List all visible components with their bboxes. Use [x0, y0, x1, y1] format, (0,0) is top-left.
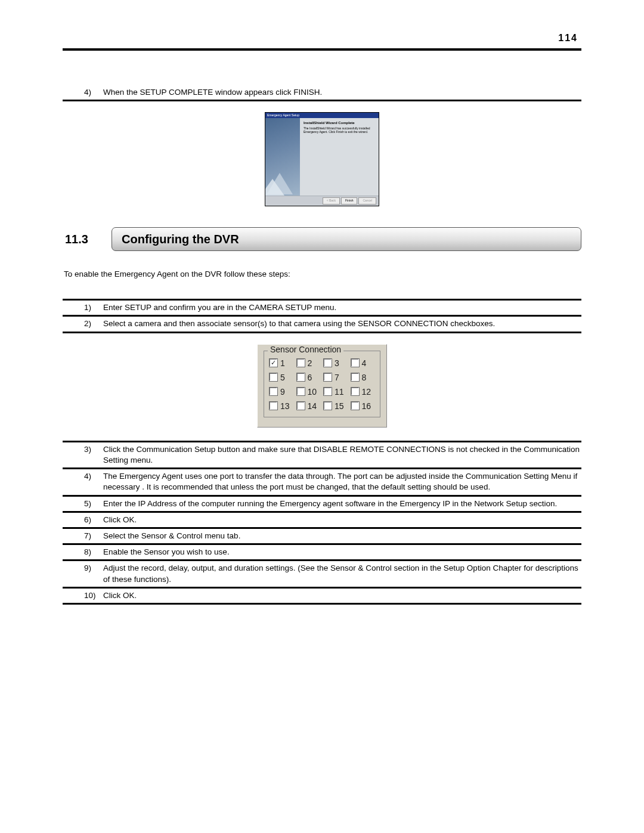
instruction-row: 8) Enable the Sensor you wish to use.	[63, 545, 581, 559]
cancel-button[interactable]: Cancel	[358, 197, 376, 205]
instruction-text: When the SETUP COMPLETE window appears c…	[103, 87, 581, 98]
checkbox-icon[interactable]	[351, 373, 360, 382]
checkbox-icon[interactable]	[351, 358, 360, 367]
sensor-checkbox-label: 12	[362, 387, 371, 397]
sensor-checkbox-label: 9	[280, 387, 285, 397]
checkbox-icon[interactable]	[269, 401, 278, 410]
checkbox-icon[interactable]	[296, 358, 305, 367]
instruction-row: 1) Enter SETUP and confirm you are in th…	[63, 301, 581, 315]
instruction-row: 10) Click OK.	[63, 589, 581, 603]
checkbox-icon[interactable]	[351, 387, 360, 396]
section-heading: 11.3 Configuring the DVR	[63, 227, 581, 252]
row-separator	[63, 332, 581, 333]
sensor-checkbox-1[interactable]: ✓1	[269, 358, 294, 368]
sensor-checkbox-16[interactable]: 16	[351, 401, 376, 411]
sensor-checkbox-label: 16	[362, 401, 371, 411]
instruction-number: 4)	[84, 471, 103, 482]
instruction-number: 3)	[84, 444, 103, 455]
instruction-row: 5) Enter the IP Address of the computer …	[63, 497, 581, 511]
instruction-text: Click the Communication Setup button and…	[103, 444, 581, 466]
section-title: Configuring the DVR	[112, 227, 581, 251]
sensor-checkbox-15[interactable]: 15	[323, 401, 348, 411]
sensor-checkbox-label: 1	[280, 358, 285, 368]
checkbox-icon[interactable]	[323, 387, 332, 396]
checkbox-icon[interactable]	[296, 401, 305, 410]
sensor-checkbox-11[interactable]: 11	[323, 387, 348, 397]
install-titlebar: Emergency Agent Setup	[265, 113, 379, 118]
instruction-row: 4) The Emergency Agent uses one port to …	[63, 469, 581, 494]
checkbox-icon[interactable]	[296, 387, 305, 396]
row-separator	[63, 603, 581, 605]
instruction-row: 9) Adjust the record, delay, output, and…	[63, 561, 581, 586]
sensor-checkbox-label: 6	[308, 373, 312, 382]
instruction-number: 1)	[84, 302, 103, 313]
sensor-checkbox-12[interactable]: 12	[351, 387, 376, 397]
checkbox-icon[interactable]	[323, 401, 332, 410]
sensor-checkbox-label: 8	[362, 373, 367, 382]
sensor-checkbox-2[interactable]: 2	[296, 358, 321, 368]
instruction-text: Enter the IP Address of the computer run…	[103, 498, 581, 509]
section-number: 11.3	[63, 233, 112, 246]
sensor-checkbox-label: 15	[335, 401, 344, 411]
instruction-number: 8)	[84, 547, 103, 558]
sensor-checkbox-7[interactable]: 7	[323, 373, 348, 382]
checkbox-icon[interactable]	[269, 387, 278, 396]
checkbox-icon[interactable]	[323, 358, 332, 367]
instruction-number: 10)	[84, 590, 103, 601]
instruction-row: 3) Click the Communication Setup button …	[63, 442, 581, 467]
sensor-checkbox-3[interactable]: 3	[323, 358, 348, 368]
sensor-connection-screenshot: Sensor Connection ✓123456789101112131415…	[63, 344, 581, 428]
instruction-text: Select a camera and then associate senso…	[103, 318, 581, 329]
install-sidebar-graphic	[265, 118, 300, 196]
sensor-checkbox-label: 3	[335, 358, 339, 368]
sensor-checkbox-4[interactable]: 4	[351, 358, 376, 368]
sensor-checkbox-label: 4	[362, 358, 367, 368]
sensor-checkbox-label: 11	[335, 387, 344, 397]
instruction-number: 7)	[84, 531, 103, 541]
instruction-row: 7) Select the Sensor & Control menu tab.	[63, 529, 581, 543]
install-window: Emergency Agent Setup InstallShield Wiza…	[265, 112, 379, 206]
sensor-checkbox-8[interactable]: 8	[351, 373, 376, 382]
instruction-number: 6)	[84, 515, 103, 525]
install-heading: InstallShield Wizard Complete	[304, 121, 375, 125]
sensor-checkbox-label: 14	[308, 401, 317, 411]
sensor-checkbox-label: 5	[280, 373, 285, 382]
sensor-checkbox-10[interactable]: 10	[296, 387, 321, 397]
checkbox-icon[interactable]	[269, 373, 278, 382]
instruction-number: 2)	[84, 318, 103, 329]
instruction-text: Select the Sensor & Control menu tab.	[103, 531, 581, 541]
instruction-number: 5)	[84, 498, 103, 509]
checkbox-icon[interactable]	[351, 401, 360, 410]
install-body-text: The InstallShield Wizard has successfull…	[304, 126, 375, 134]
back-button[interactable]: < Back	[323, 197, 340, 205]
instruction-row: 6) Click OK.	[63, 513, 581, 527]
instruction-row: 2) Select a camera and then associate se…	[63, 317, 581, 331]
row-separator	[63, 100, 581, 101]
sensor-checkbox-14[interactable]: 14	[296, 401, 321, 411]
sensor-checkbox-label: 13	[280, 401, 290, 411]
instruction-text: Enter SETUP and confirm you are in the C…	[103, 302, 581, 313]
section-intro: To enable the Emergency Agent on the DVR…	[63, 270, 581, 278]
sensor-checkbox-label: 2	[308, 358, 312, 368]
sensor-checkbox-13[interactable]: 13	[269, 401, 294, 411]
instruction-text: The Emergency Agent uses one port to tra…	[103, 471, 581, 493]
sensor-groupbox-legend: Sensor Connection	[268, 345, 343, 354]
sensor-checkbox-9[interactable]: 9	[269, 387, 294, 397]
checkbox-icon[interactable]	[323, 373, 332, 382]
sensor-checkbox-5[interactable]: 5	[269, 373, 294, 382]
sensor-checkbox-label: 10	[308, 387, 317, 397]
instruction-number: 9)	[84, 563, 103, 574]
instruction-text: Click OK.	[103, 515, 581, 525]
install-wizard-screenshot: Emergency Agent Setup InstallShield Wiza…	[63, 112, 581, 206]
instruction-text: Enable the Sensor you wish to use.	[103, 547, 581, 558]
checkbox-icon[interactable]: ✓	[269, 358, 278, 367]
install-footer: < Back Finish Cancel	[265, 196, 379, 205]
instruction-row: 4) When the SETUP COMPLETE window appear…	[63, 85, 581, 100]
page-number: 114	[63, 33, 581, 44]
instruction-text: Adjust the record, delay, output, and du…	[103, 563, 581, 584]
instruction-text: Click OK.	[103, 590, 581, 601]
instruction-number: 4)	[84, 87, 103, 98]
finish-button[interactable]: Finish	[341, 197, 357, 205]
sensor-checkbox-6[interactable]: 6	[296, 373, 321, 382]
checkbox-icon[interactable]	[296, 373, 305, 382]
